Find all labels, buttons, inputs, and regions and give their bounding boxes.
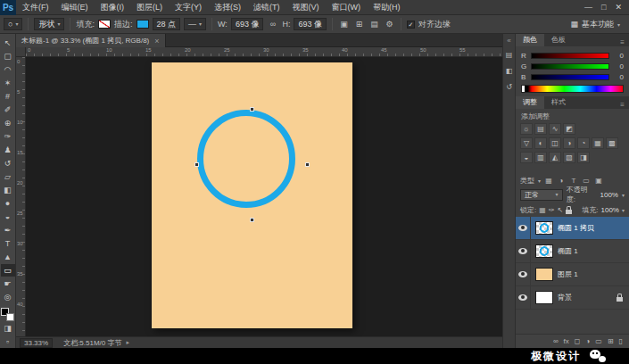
background-color-swatch[interactable] xyxy=(6,313,14,321)
color-lookup-icon[interactable]: ▩ xyxy=(606,137,618,149)
collapsed-panel-icon-1[interactable]: ▤ xyxy=(504,50,515,61)
expand-panels-icon[interactable]: « xyxy=(507,37,510,45)
selective-color-icon[interactable]: ◨ xyxy=(577,152,590,163)
lock-all-icon[interactable] xyxy=(566,210,572,214)
new-adjustment-layer-button[interactable]: ◑ xyxy=(585,337,590,345)
channel-mixer-icon[interactable]: ▦ xyxy=(592,137,604,149)
link-dimensions-icon[interactable]: ∞ xyxy=(267,20,278,29)
shape-height-input[interactable]: 693 像 xyxy=(294,18,327,30)
link-layers-button[interactable]: ∞ xyxy=(553,337,559,345)
chevron-down-icon[interactable]: ▾ xyxy=(538,178,541,184)
lock-image-pixels-icon[interactable]: ✑ xyxy=(549,206,555,214)
gear-icon[interactable]: ⚙ xyxy=(384,20,395,29)
healing-brush-tool[interactable]: ⊕ xyxy=(1,117,15,129)
menu-item-select[interactable]: 选择(S) xyxy=(208,0,247,15)
stroke-width-input[interactable]: 28 点 xyxy=(153,18,181,30)
color-balance-icon[interactable]: ◫ xyxy=(549,137,561,149)
layer-visibility-toggle[interactable] xyxy=(516,263,531,286)
layer-row-ellipse-1-copy[interactable]: 椭圆 1 拷贝 xyxy=(516,217,629,240)
collapsed-panel-icon-3[interactable]: ↺ xyxy=(504,82,515,93)
align-edges-checkbox[interactable]: ✓ xyxy=(407,21,415,29)
red-channel-value[interactable]: 0 xyxy=(613,52,624,60)
opacity-value[interactable]: 100% xyxy=(600,191,618,199)
maximize-button[interactable]: □ xyxy=(601,3,606,12)
black-white-icon[interactable]: ◑ xyxy=(563,137,575,149)
hand-tool[interactable]: ☛ xyxy=(1,277,15,290)
layer-visibility-toggle[interactable] xyxy=(516,217,531,240)
menu-item-image[interactable]: 图像(I) xyxy=(95,0,131,15)
menu-item-edit[interactable]: 编辑(E) xyxy=(55,0,95,15)
layer-thumbnail[interactable] xyxy=(535,244,553,258)
vibrance-icon[interactable]: ▽ xyxy=(520,137,533,149)
gradient-tool[interactable]: ◧ xyxy=(1,184,15,196)
lasso-tool[interactable]: ◠ xyxy=(1,63,15,76)
menu-item-window[interactable]: 窗口(W) xyxy=(326,0,368,15)
crop-tool[interactable]: # xyxy=(1,90,15,103)
stroke-type-select[interactable]: — ▾ xyxy=(184,18,206,30)
close-button[interactable]: ✕ xyxy=(615,3,622,12)
pen-tool[interactable]: ✒ xyxy=(1,224,15,236)
anchor-point-right[interactable] xyxy=(305,162,310,167)
hue-saturation-icon[interactable]: ◐ xyxy=(534,137,547,149)
anchor-point-top[interactable] xyxy=(250,107,254,112)
path-operations-button[interactable]: ▣ xyxy=(338,20,350,29)
filter-pixel-layers-icon[interactable]: ▦ xyxy=(544,177,553,185)
marquee-tool[interactable]: ▢ xyxy=(1,50,15,62)
quick-mask-button[interactable]: ◨ xyxy=(1,322,15,335)
tab-styles[interactable]: 样式 xyxy=(544,96,573,109)
quick-selection-tool[interactable]: ✶ xyxy=(1,77,15,89)
levels-icon[interactable]: ▤ xyxy=(534,123,547,135)
layer-row-background[interactable]: 背景 xyxy=(516,286,629,310)
collapsed-panel-icon-2[interactable]: ◧ xyxy=(504,66,515,77)
green-channel-value[interactable]: 0 xyxy=(613,62,624,70)
path-arrange-button[interactable]: ▤ xyxy=(368,20,380,29)
layer-visibility-toggle[interactable] xyxy=(516,286,531,310)
menu-item-file[interactable]: 文件(F) xyxy=(16,0,55,15)
lock-transparent-pixels-icon[interactable]: ▦ xyxy=(539,206,546,214)
filter-type-layers-icon[interactable]: T xyxy=(569,177,578,185)
add-layer-mask-button[interactable]: ◻ xyxy=(575,337,581,345)
shape-width-input[interactable]: 693 像 xyxy=(231,18,264,30)
menu-item-type[interactable]: 文字(Y) xyxy=(169,0,208,15)
foreground-background-swatches[interactable] xyxy=(1,308,14,321)
blend-mode-select[interactable]: 正常 ▾ xyxy=(520,189,563,201)
filter-smart-objects-icon[interactable]: ▣ xyxy=(594,177,603,185)
layer-thumbnail[interactable] xyxy=(535,268,553,281)
tab-swatches[interactable]: 色板 xyxy=(544,34,573,46)
filter-type-label[interactable]: 类型 xyxy=(520,176,534,186)
anchor-point-left[interactable] xyxy=(194,162,199,167)
fill-opacity-value[interactable]: 100% xyxy=(601,206,619,214)
shape-tool[interactable]: ▭ xyxy=(1,264,15,277)
lock-position-icon[interactable]: ↖ xyxy=(558,206,564,214)
fill-swatch[interactable] xyxy=(98,20,111,29)
brush-tool[interactable]: ✑ xyxy=(1,130,15,143)
green-channel-slider[interactable] xyxy=(531,63,609,70)
zoom-tool[interactable]: ◎ xyxy=(1,291,15,303)
layer-thumbnail[interactable] xyxy=(535,291,553,304)
new-group-button[interactable]: ▭ xyxy=(595,337,602,345)
filter-adjustment-layers-icon[interactable]: ◑ xyxy=(557,177,566,185)
anchor-point-bottom[interactable] xyxy=(250,218,254,222)
eraser-tool[interactable]: ▱ xyxy=(1,170,15,183)
screen-mode-button[interactable]: ▫ xyxy=(1,335,15,348)
path-selection-tool[interactable]: ▲ xyxy=(1,251,15,263)
filter-shape-layers-icon[interactable]: ▭ xyxy=(582,177,591,185)
eyedropper-tool[interactable]: ✐ xyxy=(1,103,15,116)
tab-adjustments[interactable]: 调整 xyxy=(516,96,544,109)
menu-item-view[interactable]: 视图(V) xyxy=(286,0,326,15)
posterize-icon[interactable]: ▥ xyxy=(534,152,547,163)
layer-row-ellipse-1[interactable]: 椭圆 1 xyxy=(516,240,629,263)
stroke-swatch[interactable] xyxy=(137,20,149,29)
document-tab[interactable]: 未标题-1 @ 33.3% (椭圆 1 拷贝, RGB/8) × xyxy=(16,34,166,47)
photo-filter-icon[interactable]: ◔ xyxy=(577,137,590,149)
move-tool[interactable]: ↖ xyxy=(1,37,15,49)
menu-item-help[interactable]: 帮助(H) xyxy=(367,0,407,15)
exposure-icon[interactable]: ◩ xyxy=(563,123,575,135)
curves-icon[interactable]: ∿ xyxy=(549,123,561,135)
blue-channel-slider[interactable] xyxy=(531,74,609,80)
brightness-contrast-icon[interactable]: ☼ xyxy=(520,123,533,135)
path-alignment-button[interactable]: ⊞ xyxy=(353,20,365,29)
blur-tool[interactable]: ● xyxy=(1,197,15,210)
blue-channel-value[interactable]: 0 xyxy=(613,73,624,81)
canvas-document[interactable] xyxy=(152,62,352,328)
